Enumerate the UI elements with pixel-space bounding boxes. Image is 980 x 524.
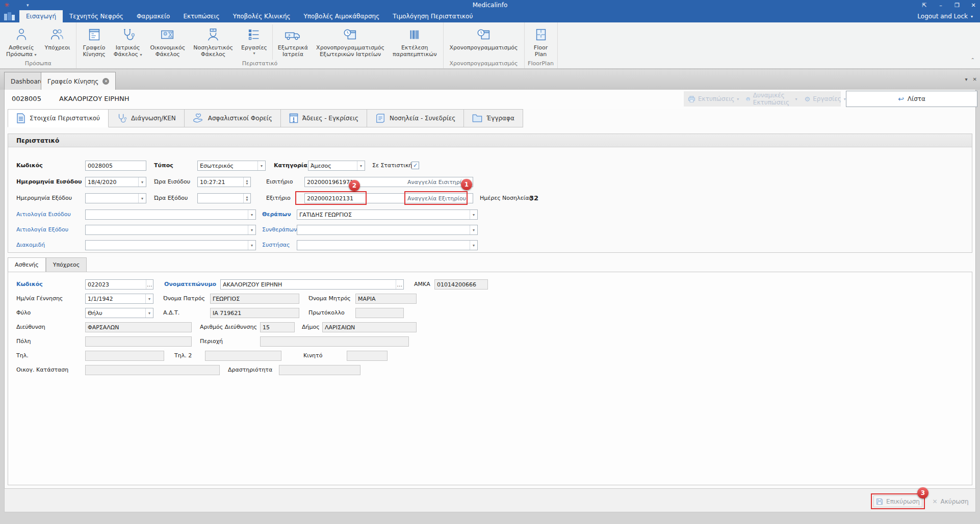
close-button[interactable]: ✕: [969, 2, 978, 9]
caret-down-icon[interactable]: ▾: [248, 241, 255, 250]
patient-fullname-field[interactable]: …: [220, 279, 404, 290]
incident-code-field[interactable]: [85, 161, 146, 171]
spin-down-icon[interactable]: ▼: [246, 198, 248, 201]
tab-close-icon[interactable]: ✕: [102, 78, 109, 85]
caret-down-icon[interactable]: ▾: [470, 241, 477, 250]
ribbon-tab-ektyposeis[interactable]: Εκτυπώσεις: [176, 10, 226, 22]
phone2-field[interactable]: [205, 351, 281, 361]
print-menu-button[interactable]: Εκτυπώσεις▾: [688, 95, 739, 102]
address-field[interactable]: [85, 322, 192, 332]
exit-time-spinner[interactable]: ▲▼: [197, 193, 251, 203]
tab-asthenis[interactable]: Ασθενής: [8, 257, 46, 272]
birthdate-picker[interactable]: 1/1/1942▾: [85, 294, 153, 304]
transfer-dropdown[interactable]: ▾: [85, 240, 256, 250]
phone-field[interactable]: [85, 351, 164, 361]
confirm-button[interactable]: Επικύρωση: [873, 495, 922, 507]
mother-name-field[interactable]: [355, 294, 417, 304]
entry-time-spinner[interactable]: 10:27:21▲▼: [197, 177, 251, 187]
ribbon-item-ypoxreoi[interactable]: Υπόχρεοι: [41, 23, 74, 60]
exit-reason-label[interactable]: Αιτιολογία Εξόδου: [16, 225, 68, 235]
ribbon-item-floor-plan[interactable]: Floor Plan: [527, 23, 555, 60]
region-field[interactable]: [260, 336, 409, 347]
ribbon-item-grafeio-kinisis[interactable]: Γραφείο Κίνησης: [79, 23, 109, 60]
doctor-label[interactable]: Θεράπων: [262, 209, 291, 220]
entry-reason-label[interactable]: Αιτιολογία Εισόδου: [16, 209, 71, 220]
patient-code-field[interactable]: …: [85, 279, 153, 290]
city-field[interactable]: [85, 336, 192, 347]
entry-date-picker[interactable]: 18/4/2020▾: [85, 177, 146, 187]
caret-down-icon[interactable]: ▾: [470, 210, 477, 219]
tasks-menu-button[interactable]: ⚙ Εργασίες▾: [805, 95, 846, 103]
marital-status-field[interactable]: [85, 365, 220, 375]
ribbon-item-xronoprogrammatismos[interactable]: Χρονοπρογραμματισμός: [446, 23, 522, 60]
caret-down-icon[interactable]: ▾: [470, 225, 477, 234]
restore-button[interactable]: ❐: [952, 2, 962, 9]
spin-down-icon[interactable]: ▼: [246, 182, 248, 185]
tab-eggrafa[interactable]: Έγγραφα: [464, 109, 523, 127]
logout-and-lock-button[interactable]: Logout and Lock▾: [917, 10, 973, 22]
caret-down-icon[interactable]: ▾: [248, 225, 255, 234]
ribbon-item-iatrikos-fakelos[interactable]: Ιατρικός Φάκελος ▾: [110, 23, 146, 60]
ribbon-item-ektelesi-parapemptikon[interactable]: Εκτέλεση παραπεμπτικών: [389, 23, 441, 60]
cancel-button[interactable]: ✕ Ακύρωση: [931, 495, 970, 507]
dynamic-print-menu-button[interactable]: Δυναμικές Εκτυπώσεις▾: [746, 92, 797, 106]
exit-date-picker[interactable]: ▾: [85, 193, 146, 203]
app-logo-icon[interactable]: [0, 10, 19, 22]
father-name-field[interactable]: [210, 294, 299, 304]
ribbon-item-ergasies[interactable]: Εργασίες ▾: [237, 23, 271, 60]
tab-list-caret-icon[interactable]: ▾: [965, 76, 968, 82]
caret-down-icon[interactable]: ▾: [145, 294, 153, 303]
mobile-field[interactable]: [347, 351, 388, 361]
ribbon-item-exoterika-iatreia[interactable]: Εξωτερικά Ιατρεία: [274, 23, 312, 60]
patient-fullname-label[interactable]: Ονοματεπώνυμο: [164, 279, 216, 290]
caret-down-icon[interactable]: ▾: [138, 194, 146, 203]
activity-field[interactable]: [279, 365, 360, 375]
caret-down-icon[interactable]: ▾: [257, 161, 265, 170]
tab-stoixeia-peristatikou[interactable]: Στοιχεία Περιστατικού: [8, 109, 109, 127]
ellipsis-button-icon[interactable]: …: [146, 280, 153, 289]
tab-diagnosi-ken[interactable]: Διάγνωση/ΚΕΝ: [109, 109, 185, 127]
ribbon-tab-ypovoles-klinikis[interactable]: Υποβολές Κλινικής: [226, 10, 297, 22]
transfer-label[interactable]: Διακομιδή: [16, 240, 45, 250]
tab-strip-close-icon[interactable]: ✕: [973, 76, 977, 82]
ribbon-tab-timologisi[interactable]: Τιμολόγηση Περιστατικού: [386, 10, 479, 22]
address-number-field[interactable]: [260, 322, 295, 332]
co-doctor-label[interactable]: Συνθεράπων: [262, 225, 297, 235]
minimize-button[interactable]: –: [936, 2, 945, 9]
caret-down-icon[interactable]: ▾: [357, 161, 365, 170]
type-dropdown[interactable]: Εσωτερικός▾: [197, 161, 266, 171]
doctor-dropdown[interactable]: ΓΑΤΙΔΗΣ ΓΕΩΡΓΙΟΣ▾: [297, 209, 478, 220]
municipality-field[interactable]: [322, 322, 417, 332]
statistics-checkbox[interactable]: ✓: [411, 162, 419, 169]
ribbon-item-xronoprogrammatismos-exoterikon[interactable]: Χρονοπρογραμματισμός Εξωτερικών Ιατρείων: [312, 23, 389, 60]
protocol-field[interactable]: [355, 308, 404, 318]
patient-code-label[interactable]: Κωδικός: [16, 279, 43, 290]
ribbon-tab-farmakeio[interactable]: Φαρμακείο: [130, 10, 176, 22]
gender-dropdown[interactable]: Θήλυ▾: [85, 308, 153, 318]
ribbon-item-oikonomikos-fakelos[interactable]: Οικονομικός Φάκελος: [146, 23, 189, 60]
caret-down-icon[interactable]: ▾: [248, 210, 255, 219]
ribbon-tab-ypovoles-aimokatharsis[interactable]: Υποβολές Αιμοκάθαρσης: [297, 10, 386, 22]
tab-nosileia-synedries[interactable]: Νοσηλεία - Συνεδρίες: [367, 109, 464, 127]
amka-field[interactable]: [434, 279, 488, 290]
ribbon-tab-texnitos-nefros[interactable]: Τεχνητός Νεφρός: [63, 10, 130, 22]
co-doctor-dropdown[interactable]: ▾: [297, 225, 478, 235]
id-card-field[interactable]: [210, 308, 299, 318]
ribbon-item-astheneis-prosopa[interactable]: Ασθενείς Πρόσωπα ▾: [2, 23, 41, 60]
tab-adeies-egkriseis[interactable]: Άδειες - Εγκρίσεις: [281, 109, 367, 127]
exit-announcement-link[interactable]: Αναγγελία Εξιτηρίου: [407, 195, 466, 202]
category-dropdown[interactable]: Άμεσος▾: [308, 161, 365, 171]
ellipsis-button-icon[interactable]: …: [396, 280, 403, 289]
referrer-dropdown[interactable]: ▾: [297, 240, 478, 250]
list-button[interactable]: ↩ Λίστα: [846, 91, 977, 107]
tab-asfalistikoi-foreis[interactable]: Ασφαλιστικοί Φορείς: [185, 109, 281, 127]
ribbon-item-nosileftikos-fakelos[interactable]: Νοσηλευτικός Φάκελος: [189, 23, 237, 60]
ribbon-collapse-icon[interactable]: ⌃: [971, 57, 975, 63]
caret-down-icon[interactable]: ▾: [145, 308, 153, 318]
tab-ypoxreos[interactable]: Υπόχρεος: [46, 257, 87, 272]
referrer-label[interactable]: Συστήσας: [262, 240, 290, 250]
pin-window-icon[interactable]: ⇱: [920, 2, 929, 9]
exit-reason-dropdown[interactable]: ▾: [85, 225, 256, 235]
caret-down-icon[interactable]: ▾: [138, 177, 146, 187]
ribbon-tab-eisagogi[interactable]: Εισαγωγή: [19, 10, 63, 22]
